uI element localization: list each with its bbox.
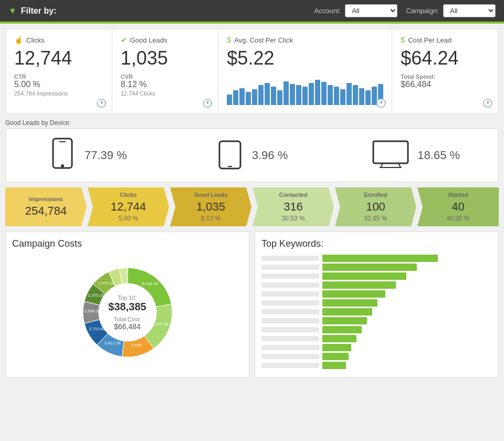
keyword-row — [261, 326, 492, 333]
clicks-icon: ☝ — [14, 36, 23, 44]
campaign-select[interactable]: All — [443, 4, 496, 17]
keyword-row — [261, 335, 492, 342]
bar — [334, 87, 339, 105]
kpi-clicks-label: Clicks — [26, 36, 45, 44]
keyword-label — [261, 256, 319, 261]
keyword-bar — [322, 255, 438, 262]
bar — [290, 84, 295, 105]
dollar-icon-1: $ — [227, 36, 231, 44]
kpi-clicks-subvalue: 5.00 % — [14, 80, 103, 89]
mini-bar-chart — [227, 74, 383, 105]
donut-label: 2,688.35 — [84, 309, 101, 313]
kpi-avgcost-value: $5.22 — [227, 47, 383, 69]
step-value: 316 — [284, 200, 303, 214]
bar — [309, 83, 314, 105]
kpi-good-leads: ✔ Good Leads 1,035 CVR 8.12 % 12,744 Cli… — [112, 29, 219, 113]
funnel: Impressions 254,784 Clicks 12,744 5.00 %… — [5, 187, 499, 226]
step-label: Enrolled — [364, 192, 387, 198]
tablet-icon — [216, 139, 244, 172]
bar — [328, 85, 333, 105]
keyword-label — [261, 265, 319, 270]
keyword-bar — [322, 353, 349, 360]
kpi-costperlead-title: $ Cost Per Lead — [401, 36, 490, 44]
donut-label: 4,536 — [131, 343, 142, 348]
bar — [265, 83, 270, 105]
keyword-row — [261, 272, 492, 280]
keyword-row — [261, 362, 492, 369]
device-mobile: 77.39 % — [6, 138, 170, 173]
bar — [239, 88, 245, 105]
keyword-bar — [322, 335, 356, 342]
kpi-goodleads-sublabel: CVR — [121, 74, 210, 80]
bar — [359, 88, 364, 105]
keyword-label — [261, 363, 319, 368]
keyword-label — [261, 327, 319, 332]
svg-rect-3 — [219, 141, 240, 169]
svg-rect-6 — [373, 141, 408, 163]
kpi-goodleads-footer: 12,744 Clicks — [121, 90, 210, 97]
top-keywords-panel: Top Keywords: — [255, 232, 499, 377]
device-tablet: 3.96 % — [170, 139, 334, 172]
kpi-clicks-title: ☝ Clicks — [14, 36, 103, 44]
clock-icon-2: 🕐 — [202, 98, 213, 108]
step-value: 12,744 — [111, 200, 146, 214]
keyword-bar — [322, 362, 346, 369]
keyword-label — [261, 300, 319, 306]
keyword-bar — [322, 344, 351, 351]
bar — [340, 89, 345, 105]
keyword-row — [261, 290, 492, 298]
step-value: 254,784 — [25, 204, 67, 218]
funnel-step-enrolled: Enrolled 100 31.65 % — [335, 187, 416, 226]
keyword-row — [261, 344, 492, 351]
keyword-bar — [322, 326, 362, 333]
filter-by-label: Filter by: — [21, 6, 57, 16]
donut-label2: Total Cost: — [108, 316, 146, 322]
svg-point-2 — [61, 164, 64, 167]
bar — [271, 87, 276, 105]
header-bar: ▼ Filter by: Account: All Campaign: All — [0, 0, 504, 22]
keyword-label — [261, 318, 319, 323]
step-pct: 40.00 % — [446, 215, 469, 222]
donut-label: 2,575.48 — [98, 281, 114, 286]
donut-label1: Top 10: — [108, 295, 146, 301]
bar — [284, 81, 289, 105]
donut-value1: $38,385 — [108, 301, 146, 313]
kpi-costperlead-sublabel: Total Spend: — [401, 74, 490, 80]
account-select[interactable]: All — [345, 4, 397, 17]
kpi-clicks-sublabel: CTR — [14, 74, 103, 80]
kpi-avgcost-label: Avg. Cost Per Click — [234, 36, 293, 44]
bar — [246, 92, 251, 105]
kpi-goodleads-subvalue: 8.12 % — [121, 80, 210, 89]
keyword-row — [261, 308, 492, 316]
kpi-costperlead-label: Cost Per Lead — [408, 36, 452, 44]
donut-center: Top 10: $38,385 Total Cost: $66,484 — [108, 295, 146, 331]
keyword-bar — [322, 317, 367, 324]
bar — [296, 85, 301, 105]
funnel-step-started: Started 40 40.00 % — [417, 187, 499, 226]
devices-label: Good Leads by Device: — [5, 119, 499, 127]
desktop-icon — [372, 140, 409, 171]
keyword-row — [261, 317, 492, 324]
keyword-label — [261, 274, 319, 279]
keyword-label — [261, 354, 319, 359]
kpi-costperlead-subvalue: $66,484 — [401, 80, 490, 89]
checkmark-icon: ✔ — [121, 36, 127, 44]
keyword-label — [261, 282, 319, 288]
campaign-label: Campaign: — [406, 7, 439, 15]
step-label: Started — [448, 192, 468, 198]
kpi-cards: ☝ Clicks 12,744 CTR 5.00 % 254,784 Impre… — [5, 29, 499, 114]
kpi-goodleads-title: ✔ Good Leads — [121, 36, 210, 44]
bottom-row: Campaign Costs 5,836.495,575.384,5363,41… — [5, 232, 499, 377]
keywords-list — [261, 255, 492, 369]
bar — [353, 85, 358, 105]
page-title: ▼ Filter by: — [8, 6, 56, 16]
funnel-step-impressions: Impressions 254,784 — [5, 187, 87, 226]
bar — [277, 90, 282, 105]
donut-chart: 5,836.495,575.384,5363,412.582,713.822,6… — [70, 255, 185, 370]
step-value: 1,035 — [196, 200, 225, 214]
keyword-bar — [322, 299, 377, 307]
kpi-clicks: ☝ Clicks 12,744 CTR 5.00 % 254,784 Impre… — [6, 29, 112, 113]
bar — [227, 94, 232, 105]
bar — [258, 85, 264, 105]
step-label: Clicks — [120, 192, 136, 198]
